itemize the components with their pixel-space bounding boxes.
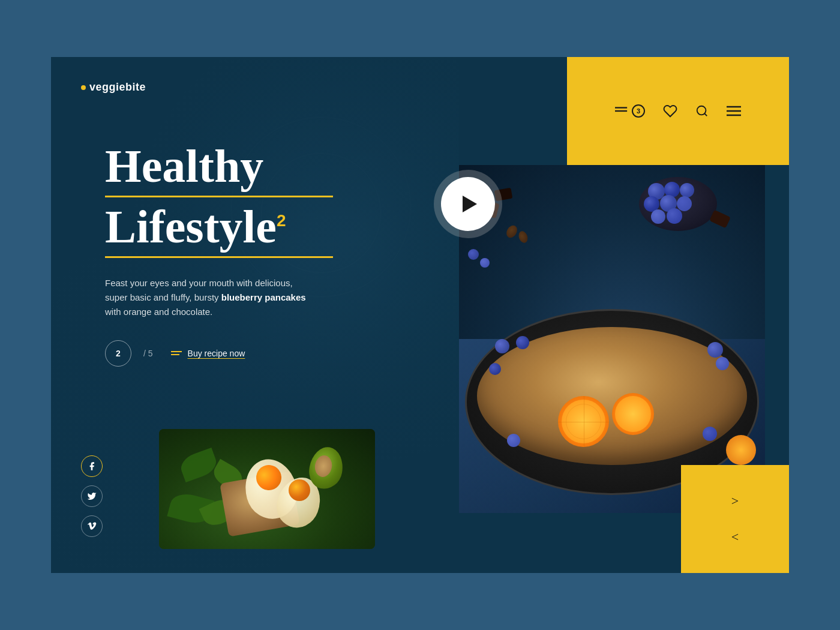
pancake bbox=[477, 327, 747, 465]
right-panel: 3 bbox=[459, 57, 789, 573]
hero-description-highlight: blueberry pancakes bbox=[221, 292, 306, 302]
buy-recipe-button[interactable]: Buy recipe now bbox=[171, 349, 245, 358]
social-bar bbox=[81, 455, 103, 537]
play-button[interactable] bbox=[441, 177, 495, 231]
logo-bar: veggiebite bbox=[51, 57, 459, 94]
hero-superscript: 2 bbox=[277, 211, 286, 230]
blueberry-bowl bbox=[639, 177, 717, 231]
nav-bar: > < bbox=[681, 465, 789, 573]
cart-badge: 3 bbox=[632, 104, 645, 118]
left-panel: veggiebite Healthy Lifestyle2 Feast your… bbox=[51, 57, 459, 573]
search-button[interactable] bbox=[695, 104, 709, 118]
svg-point-2 bbox=[697, 106, 706, 115]
vimeo-icon[interactable] bbox=[81, 515, 103, 537]
blueberry bbox=[480, 258, 490, 268]
twitter-icon[interactable] bbox=[81, 485, 103, 507]
buy-recipe-icon bbox=[171, 351, 182, 355]
hamburger-icon bbox=[727, 106, 741, 116]
hero-description-text2: with orange and chocolate. bbox=[105, 307, 212, 317]
egg-yolk-2 bbox=[289, 479, 310, 501]
buy-recipe-label: Buy recipe now bbox=[188, 349, 245, 358]
next-arrow-button[interactable]: > bbox=[723, 489, 747, 513]
thumbnail-food-image bbox=[159, 429, 375, 549]
heart-icon bbox=[663, 104, 677, 118]
main-card: veggiebite Healthy Lifestyle2 Feast your… bbox=[51, 57, 789, 573]
main-food-image bbox=[459, 165, 765, 513]
brand-name: veggiebite bbox=[89, 81, 146, 94]
favorites-button[interactable] bbox=[663, 104, 677, 118]
title-underline-2 bbox=[105, 256, 333, 258]
search-icon bbox=[695, 104, 709, 118]
pan-container bbox=[459, 285, 765, 495]
svg-line-3 bbox=[704, 113, 707, 116]
orange-piece bbox=[726, 435, 756, 465]
page-indicator: 2 bbox=[105, 340, 131, 367]
blueberry bbox=[468, 249, 479, 260]
cart-button[interactable]: 3 bbox=[615, 104, 645, 118]
hero-title-line2: Lifestyle2 bbox=[105, 202, 429, 251]
menu-lines-icon bbox=[615, 106, 628, 116]
thumbnail-card bbox=[159, 429, 375, 549]
recipe-controls: 2 / 5 Buy recipe now bbox=[105, 340, 429, 367]
facebook-icon[interactable] bbox=[81, 455, 103, 477]
hero-description: Feast your eyes and your mouth with deli… bbox=[105, 276, 309, 319]
title-underline-1 bbox=[105, 196, 333, 197]
page-total: / 5 bbox=[143, 349, 153, 358]
menu-button[interactable] bbox=[727, 106, 741, 116]
hero-title: Healthy Lifestyle2 bbox=[105, 142, 429, 258]
header-icons: 3 bbox=[567, 57, 789, 165]
hero-title-line1: Healthy bbox=[105, 142, 429, 191]
prev-arrow-button[interactable]: < bbox=[723, 525, 747, 549]
logo-dot bbox=[81, 85, 86, 90]
